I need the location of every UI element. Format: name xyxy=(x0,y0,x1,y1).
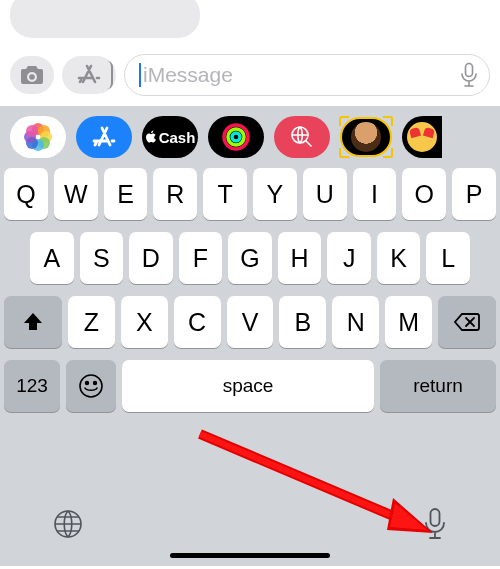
key-p[interactable]: P xyxy=(452,168,496,220)
key-w[interactable]: W xyxy=(54,168,98,220)
backspace-key[interactable] xyxy=(438,296,496,348)
apple-icon xyxy=(145,130,157,144)
memoji-avatar-icon xyxy=(351,122,381,152)
key-o[interactable]: O xyxy=(402,168,446,220)
app-memoji[interactable] xyxy=(340,117,392,157)
key-l[interactable]: L xyxy=(426,232,470,284)
key-d[interactable]: D xyxy=(129,232,173,284)
key-b[interactable]: B xyxy=(279,296,326,348)
home-indicator[interactable] xyxy=(170,553,330,558)
key-e[interactable]: E xyxy=(104,168,148,220)
app-photos[interactable] xyxy=(10,116,66,158)
svg-point-6 xyxy=(86,382,89,385)
key-r[interactable]: R xyxy=(153,168,197,220)
keyboard-row-1: Q W E R T Y U I O P xyxy=(4,168,496,220)
shift-icon xyxy=(21,310,45,334)
app-emoji-hearts[interactable] xyxy=(402,116,442,158)
key-u[interactable]: U xyxy=(303,168,347,220)
app-store-icon xyxy=(90,124,118,150)
app-fitness[interactable] xyxy=(208,116,264,158)
key-h[interactable]: H xyxy=(278,232,322,284)
keyboard-row-2: A S D F G H J K L xyxy=(4,232,496,284)
key-t[interactable]: T xyxy=(203,168,247,220)
app-store-a-icon xyxy=(74,62,104,88)
keyboard: Cash Q W E R T Y U xyxy=(0,106,500,566)
svg-rect-0 xyxy=(466,64,473,77)
key-m[interactable]: M xyxy=(385,296,432,348)
key-j[interactable]: J xyxy=(327,232,371,284)
received-message-bubble xyxy=(10,0,200,38)
numeric-key[interactable]: 123 xyxy=(4,360,60,412)
globe-icon[interactable] xyxy=(52,508,84,540)
camera-icon xyxy=(19,64,45,86)
mic-icon[interactable] xyxy=(459,62,479,88)
key-k[interactable]: K xyxy=(377,232,421,284)
message-input[interactable]: iMessage xyxy=(124,54,490,96)
backspace-icon xyxy=(453,311,481,333)
keyboard-row-3: Z X C V B N M xyxy=(4,296,496,348)
message-placeholder: iMessage xyxy=(143,63,459,87)
emoji-icon xyxy=(78,373,104,399)
globe-search-icon xyxy=(288,123,316,151)
app-strip[interactable]: Cash xyxy=(0,114,500,168)
app-appstore[interactable] xyxy=(76,116,132,158)
svg-point-7 xyxy=(94,382,97,385)
app-applecash[interactable]: Cash xyxy=(142,116,198,158)
apps-button[interactable] xyxy=(62,56,116,94)
compose-row: iMessage xyxy=(0,50,500,106)
shift-key[interactable] xyxy=(4,296,62,348)
key-a[interactable]: A xyxy=(30,232,74,284)
return-key[interactable]: return xyxy=(380,360,496,412)
key-v[interactable]: V xyxy=(227,296,274,348)
key-i[interactable]: I xyxy=(353,168,397,220)
key-c[interactable]: C xyxy=(174,296,221,348)
svg-rect-9 xyxy=(431,509,440,526)
conversation-area xyxy=(0,0,500,50)
app-search[interactable] xyxy=(274,116,330,158)
space-key[interactable]: space xyxy=(122,360,374,412)
key-f[interactable]: F xyxy=(179,232,223,284)
activity-rings-icon xyxy=(221,122,251,152)
emoji-face-icon xyxy=(407,122,437,152)
keyboard-row-4: 123 space return xyxy=(4,360,496,412)
dictation-mic-icon[interactable] xyxy=(422,507,448,541)
key-x[interactable]: X xyxy=(121,296,168,348)
key-z[interactable]: Z xyxy=(68,296,115,348)
svg-point-3 xyxy=(232,133,240,141)
key-q[interactable]: Q xyxy=(4,168,48,220)
text-cursor xyxy=(139,63,141,87)
emoji-key[interactable] xyxy=(66,360,116,412)
key-g[interactable]: G xyxy=(228,232,272,284)
key-n[interactable]: N xyxy=(332,296,379,348)
camera-button[interactable] xyxy=(10,56,54,94)
key-y[interactable]: Y xyxy=(253,168,297,220)
photos-icon xyxy=(23,122,53,152)
svg-point-5 xyxy=(80,375,102,397)
apple-cash-label: Cash xyxy=(159,129,196,146)
key-s[interactable]: S xyxy=(80,232,124,284)
